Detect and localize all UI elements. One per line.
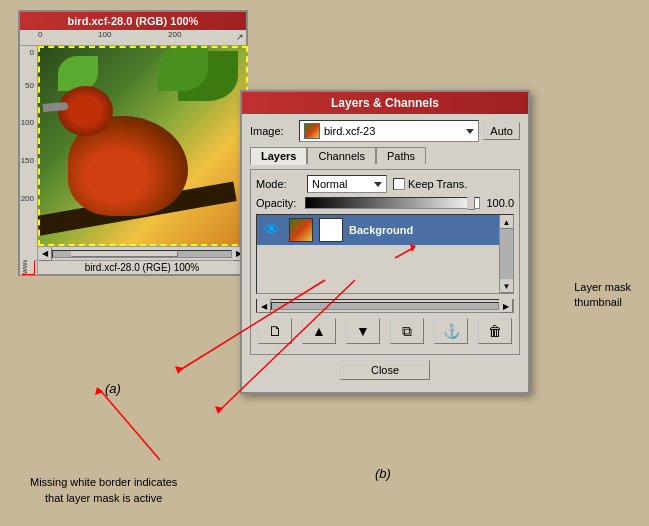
layer-h-scrollbar[interactable]: ◀ ▶: [256, 299, 514, 313]
lower-layer-button[interactable]: ▼: [346, 318, 380, 344]
opacity-label: Opacity:: [256, 197, 301, 209]
layer-list: 👁 Background ▲ ▼: [256, 214, 514, 294]
raise-layer-button[interactable]: ▲: [302, 318, 336, 344]
leaf-decoration: [158, 46, 208, 91]
opacity-value: 100.0: [484, 197, 514, 209]
auto-button[interactable]: Auto: [483, 122, 520, 140]
image-selector[interactable]: bird.xcf-23: [299, 120, 479, 142]
opacity-row: Opacity: 100.0: [256, 197, 514, 209]
layer-scroll-up-arrow[interactable]: ▲: [500, 215, 514, 229]
tab-bar: Layers Channels Paths: [250, 147, 520, 164]
image-canvas: [38, 46, 248, 246]
keep-trans-label: Keep Trans.: [393, 178, 467, 190]
dialog-titlebar: Layers & Channels: [242, 92, 528, 114]
ruler-top: 0 100 200 ↗: [20, 30, 246, 46]
label-b: (b): [375, 466, 391, 481]
duplicate-layer-button[interactable]: ⧉: [390, 318, 424, 344]
scroll-left-arrow[interactable]: ◀: [38, 247, 52, 261]
h-scrollbar[interactable]: ◀ ▶: [38, 246, 246, 260]
annotation-line2: that layer mask is active: [45, 492, 162, 504]
opacity-slider-thumb[interactable]: [467, 196, 475, 210]
layer-scroll-down-arrow[interactable]: ▼: [500, 279, 514, 293]
image-thumbnail: [304, 123, 320, 139]
image-label: Image:: [250, 125, 295, 137]
anchor-layer-button[interactable]: ⚓: [434, 318, 468, 344]
tab-paths[interactable]: Paths: [376, 147, 426, 164]
new-layer-button[interactable]: 🗋: [258, 318, 292, 344]
layer-scroll-track: [500, 229, 513, 279]
keep-trans-checkbox[interactable]: [393, 178, 405, 190]
close-button[interactable]: Close: [340, 360, 430, 380]
mode-dropdown-arrow-icon: [374, 182, 382, 187]
layer-mask-label-line2: thumbnail: [574, 296, 622, 308]
action-buttons: 🗋 ▲ ▼ ⧉ ⚓ 🗑: [256, 318, 514, 344]
layer-thumbnail: [289, 218, 313, 242]
tab-channels[interactable]: Channels: [307, 147, 375, 164]
bird-head: [58, 86, 113, 136]
delete-layer-button[interactable]: 🗑: [478, 318, 512, 344]
dropdown-arrow-icon: [466, 129, 474, 134]
dialog-title: Layers & Channels: [331, 96, 439, 110]
image-name: bird.xcf-23: [324, 125, 375, 137]
layer-name: Background: [349, 224, 509, 236]
mode-row: Mode: Normal Keep Trans.: [256, 175, 514, 193]
layer-row[interactable]: 👁 Background: [257, 215, 513, 245]
image-window: bird.xcf-28.0 (RGB) 100% 0 100 200 ↗ www…: [18, 10, 248, 276]
ruler-left: 0 50 100 150 200: [20, 46, 38, 260]
tab-content: Mode: Normal Keep Trans. Opacity: 100.0: [250, 169, 520, 355]
annotation-line1: Missing white border indicates: [30, 476, 177, 488]
svg-marker-3: [215, 406, 223, 414]
h-scroll-track: [52, 250, 232, 258]
tab-layers[interactable]: Layers: [250, 147, 307, 165]
mode-label: Mode:: [256, 178, 301, 190]
layer-h-scroll-left-arrow[interactable]: ◀: [257, 299, 271, 313]
layers-channels-dialog: Layers & Channels Image: bird.xcf-23 Aut…: [240, 90, 530, 394]
mode-dropdown[interactable]: Normal: [307, 175, 387, 193]
image-title: bird.xcf-28.0 (RGB) 100%: [68, 15, 199, 27]
svg-marker-1: [175, 366, 183, 374]
visibility-eye-icon[interactable]: 👁: [261, 219, 283, 241]
h-scroll-thumb[interactable]: [71, 251, 178, 257]
label-a: (a): [105, 381, 121, 396]
layer-h-scroll-right-arrow[interactable]: ▶: [499, 299, 513, 313]
status-area: bird.xcf-28.0 (RGE) 100%: [20, 260, 246, 274]
statusbar-text: bird.xcf-28.0 (RGE) 100%: [38, 262, 246, 273]
layer-h-scroll-track: [271, 302, 499, 310]
layer-scrollbar[interactable]: ▲ ▼: [499, 215, 513, 293]
annotation-text: Missing white border indicates that laye…: [30, 475, 177, 506]
svg-line-6: [100, 390, 160, 460]
layer-mask-label-line1: Layer mask: [574, 281, 631, 293]
layer-mask-thumbnail: [319, 218, 343, 242]
image-row: Image: bird.xcf-23 Auto: [250, 120, 520, 142]
layer-mask-annotation: Layer mask thumbnail: [574, 280, 631, 311]
opacity-slider[interactable]: [305, 197, 480, 209]
svg-marker-7: [95, 387, 103, 395]
image-titlebar: bird.xcf-28.0 (RGB) 100%: [20, 12, 246, 30]
